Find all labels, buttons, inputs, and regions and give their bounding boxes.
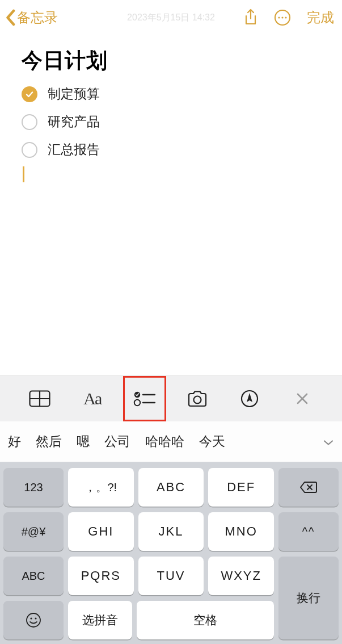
key-pqrs[interactable]: PQRS	[68, 557, 134, 595]
key-space[interactable]: 空格	[137, 601, 274, 639]
camera-button[interactable]	[183, 384, 212, 413]
svg-point-9	[134, 399, 140, 405]
checklist-item[interactable]: 研究产品	[22, 113, 323, 131]
checklist-button[interactable]	[130, 384, 159, 413]
note-title[interactable]: 今日计划	[22, 47, 323, 75]
table-icon	[29, 390, 50, 407]
suggestion[interactable]: 公司	[104, 433, 130, 450]
checklist-item-text: 制定预算	[48, 85, 100, 103]
close-icon	[295, 392, 309, 405]
ellipsis-circle-icon	[274, 9, 291, 26]
checklist-item[interactable]: 汇总报告	[22, 141, 323, 158]
checkbox-empty-icon[interactable]	[22, 142, 37, 158]
camera-icon	[187, 390, 208, 407]
svg-point-2	[281, 16, 283, 18]
key-emoticon[interactable]: ^^	[278, 512, 339, 551]
key-123[interactable]: 123	[3, 468, 64, 507]
suggestion[interactable]: 然后	[36, 433, 62, 450]
keyboard: 好 然后 嗯 公司 哈哈哈 今天 123 ，。?! ABC DEF #@	[0, 421, 342, 644]
share-icon	[243, 9, 258, 27]
text-cursor	[23, 166, 24, 182]
emoji-icon	[26, 612, 41, 628]
key-def[interactable]: DEF	[208, 468, 274, 507]
checklist-item[interactable]: 制定预算	[22, 85, 323, 103]
key-alpha[interactable]: ABC	[3, 557, 64, 595]
format-toolbar: Aa	[0, 375, 342, 421]
suggestion[interactable]: 好	[8, 433, 21, 450]
expand-suggestions-button[interactable]	[323, 434, 334, 449]
back-button[interactable]: 备忘录	[5, 9, 58, 27]
done-button[interactable]: 完成	[307, 9, 334, 27]
key-ghi[interactable]: GHI	[68, 512, 134, 551]
suggestion[interactable]: 嗯	[77, 433, 90, 450]
close-keyboard-button[interactable]	[288, 384, 316, 413]
checkbox-checked-icon[interactable]	[22, 86, 37, 102]
key-mno[interactable]: MNO	[208, 512, 274, 551]
key-return[interactable]: 换行	[278, 557, 339, 639]
aa-icon: Aa	[83, 389, 101, 408]
svg-point-15	[35, 617, 36, 619]
note-content[interactable]: 今日计划 制定预算 研究产品 汇总报告	[0, 35, 342, 375]
share-button[interactable]	[243, 9, 258, 27]
table-button[interactable]	[26, 384, 54, 413]
suggestion[interactable]: 哈哈哈	[145, 433, 184, 450]
key-pinyin[interactable]: 选拼音	[68, 601, 132, 639]
key-backspace[interactable]	[278, 468, 339, 507]
svg-point-14	[30, 617, 32, 619]
key-symbols[interactable]: #@¥	[3, 512, 64, 551]
chevron-down-icon	[323, 439, 334, 446]
key-jkl[interactable]: JKL	[138, 512, 204, 551]
checklist-icon	[133, 390, 156, 407]
svg-point-13	[27, 613, 40, 627]
nav-actions: 完成	[243, 9, 334, 27]
back-label: 备忘录	[17, 9, 58, 27]
checklist: 制定预算 研究产品 汇总报告	[22, 85, 323, 158]
key-punct[interactable]: ，。?!	[68, 468, 134, 507]
suggestion-bar: 好 然后 嗯 公司 哈哈哈 今天	[0, 421, 342, 462]
backspace-icon	[299, 480, 318, 494]
key-tuv[interactable]: TUV	[138, 557, 204, 595]
checklist-item-text: 汇总报告	[48, 141, 100, 158]
chevron-left-icon	[5, 9, 16, 26]
svg-point-3	[285, 16, 286, 18]
key-grid: 123 ，。?! ABC DEF #@¥ GHI JKL MNO ^^ ABC …	[0, 462, 342, 644]
suggestion[interactable]: 今天	[199, 433, 225, 450]
markup-icon	[240, 390, 259, 408]
svg-point-1	[278, 16, 280, 18]
fade-overlay	[285, 421, 319, 462]
text-format-button[interactable]: Aa	[78, 384, 107, 413]
checkbox-empty-icon[interactable]	[22, 114, 37, 130]
nav-bar: 备忘录 2023年5月15日 14:32 完成	[0, 0, 342, 35]
key-abc[interactable]: ABC	[138, 468, 204, 507]
svg-point-11	[193, 396, 201, 403]
key-wxyz[interactable]: WXYZ	[208, 557, 274, 595]
key-emoji[interactable]	[3, 601, 64, 639]
markup-button[interactable]	[235, 384, 264, 413]
checklist-item-text: 研究产品	[48, 113, 100, 131]
more-button[interactable]	[274, 9, 291, 26]
